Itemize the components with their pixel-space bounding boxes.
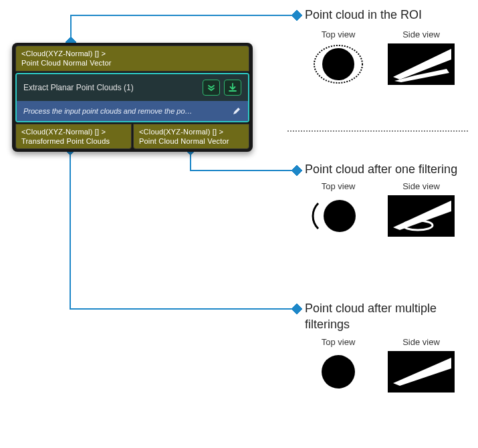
node-title: Extract Planar Point Clouds (1) xyxy=(23,83,199,92)
top-view-image xyxy=(305,195,372,237)
port-type: <Cloud(XYZ-Normal) [] > xyxy=(21,49,243,58)
processing-node: <Cloud(XYZ-Normal) [] > Point Cloud Norm… xyxy=(12,43,253,152)
thumb-top: Top view xyxy=(305,181,372,237)
svg-point-13 xyxy=(324,200,356,232)
callout-one-filter: Point cloud after one filtering Top view… xyxy=(305,161,457,237)
svg-point-8 xyxy=(322,48,354,80)
svg-marker-5 xyxy=(291,304,302,314)
thumb-top: Top view xyxy=(305,29,372,85)
side-view-image xyxy=(388,351,455,393)
top-view-image xyxy=(305,351,372,393)
side-view-image xyxy=(388,195,455,237)
callout-title: Point cloud after multiple filterings xyxy=(305,300,465,333)
port-name: Transformed Point Clouds xyxy=(21,136,126,146)
node-description: Process the input point clouds and remov… xyxy=(23,107,228,115)
svg-marker-3 xyxy=(291,165,302,176)
thumb-label: Top view xyxy=(322,337,356,347)
output-ports: <Cloud(XYZ-Normal) [] > Transformed Poin… xyxy=(15,124,250,150)
port-type: <Cloud(XYZ-Normal) [] > xyxy=(21,127,126,136)
thumb-label: Side view xyxy=(402,181,440,191)
thumb-label: Side view xyxy=(402,29,440,39)
svg-point-18 xyxy=(322,355,355,388)
pencil-icon[interactable] xyxy=(232,106,241,116)
output-port-right[interactable]: <Cloud(XYZ-Normal) [] > Point Cloud Norm… xyxy=(133,124,249,150)
expand-icon[interactable] xyxy=(203,80,220,96)
input-port[interactable]: <Cloud(XYZ-Normal) [] > Point Cloud Norm… xyxy=(15,45,249,72)
callout-multi-filter: Point cloud after multiple filterings To… xyxy=(305,300,465,393)
port-name: Point Cloud Normal Vector xyxy=(139,136,243,146)
callout-title: Point cloud after one filtering xyxy=(305,161,457,177)
thumb-side: Side view xyxy=(388,29,455,85)
thumb-label: Side view xyxy=(402,337,440,347)
port-type: <Cloud(XYZ-Normal) [] > xyxy=(139,127,243,136)
top-view-image xyxy=(305,43,372,85)
callout-title: Point cloud in the ROI xyxy=(305,7,455,23)
thumb-label: Top view xyxy=(322,181,356,191)
node-header: Extract Planar Point Clouds (1) xyxy=(17,74,248,101)
thumb-top: Top view xyxy=(305,337,372,393)
dotted-separator xyxy=(287,130,468,132)
thumb-label: Top view xyxy=(322,29,356,39)
svg-marker-1 xyxy=(291,10,302,21)
node-body[interactable]: Extract Planar Point Clouds (1) Process … xyxy=(15,73,249,122)
output-port-left[interactable]: <Cloud(XYZ-Normal) [] > Transformed Poin… xyxy=(15,124,132,150)
callout-roi: Point cloud in the ROI Top view Side vie… xyxy=(305,7,455,85)
thumb-side: Side view xyxy=(388,181,455,237)
port-name: Point Cloud Normal Vector xyxy=(21,58,243,68)
thumb-side: Side view xyxy=(388,337,455,393)
side-view-image xyxy=(388,43,455,85)
node-description-row: Process the input point clouds and remov… xyxy=(17,101,248,121)
download-icon[interactable] xyxy=(224,80,241,96)
